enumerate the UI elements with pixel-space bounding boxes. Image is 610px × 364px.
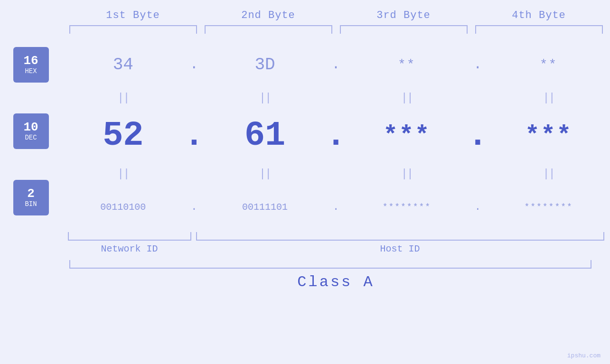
bin-badge-label: BIN [25,200,37,208]
top-bracket-1 [69,25,197,34]
bottom-bracket-row [66,232,607,241]
dec-cell-4: *** [487,122,610,150]
bin-value-2: 00111101 [242,202,288,213]
eq2-cell-3: || [346,168,469,180]
dec-value-1: 52 [103,116,143,155]
hex-badge-number: 16 [23,54,38,68]
bin-value-4: ******** [524,202,572,212]
main-container: 1st Byte 2nd Byte 3rd Byte 4th Byte 16 H… [0,0,610,364]
bin-cell-1: 00110100 [62,202,185,213]
hex-value-1: 34 [113,55,133,75]
bin-sep-2: . [327,201,346,213]
hex-sep-3: . [468,56,487,73]
byte-header-4: 4th Byte [471,9,607,21]
hex-value-3: ** [398,57,416,72]
bottom-brackets: Network ID Host ID [66,232,607,254]
hex-sep-1: . [185,56,204,73]
id-labels-row: Network ID Host ID [66,243,607,254]
bin-cell-3: ******** [346,202,469,212]
eq2-sign-4: || [543,168,554,180]
host-id-label: Host ID [196,243,604,254]
hex-cell-3: ** [346,57,469,72]
class-section: Class A [66,260,607,291]
class-label: Class A [297,273,374,291]
bin-cell-4: ******** [487,202,610,212]
data-column: 34 . 3D . ** . ** [62,43,610,228]
dec-cell-1: 52 [62,116,185,155]
labels-column: 16 HEX 10 DEC 2 BIN [0,43,62,228]
eq1-cell-1: || [62,92,185,104]
eq2-cell-2: || [204,168,327,180]
dec-value-2: 61 [244,116,285,155]
byte-header-3: 3rd Byte [336,9,471,21]
class-bracket [69,260,591,269]
eq2-sign-3: || [401,168,413,180]
watermark: ipshu.com [567,352,601,359]
top-bracket-2 [205,25,332,34]
dec-row: 52 . 61 . *** . *** [62,110,610,162]
eq2-sign-2: || [259,168,271,180]
eq1-cell-2: || [204,92,327,104]
dec-value-4: *** [525,122,572,150]
dec-cell-3: *** [346,122,469,150]
class-label-container: Class A [66,273,607,291]
eq1-sign-1: || [117,92,129,104]
eq2-cell-1: || [62,168,185,180]
dec-badge-label: DEC [25,134,37,141]
bin-value-3: ******** [383,202,431,212]
host-id-bracket [196,232,604,241]
hex-cell-2: 3D [204,55,327,75]
hex-row: 34 . 3D . ** . ** [62,43,610,86]
hex-badge-label: HEX [25,67,37,75]
dec-badge: 10 DEC [13,113,49,149]
hex-value-2: 3D [255,55,275,75]
hex-value-4: ** [540,57,558,72]
bin-sep-1: . [185,201,204,213]
byte-header-2: 2nd Byte [201,9,336,21]
dec-sep-1: . [185,119,204,153]
eq1-sign-4: || [543,92,554,104]
bin-value-1: 00110100 [100,202,146,213]
bin-row: 00110100 . 00111101 . ******** . [62,186,610,228]
dec-value-3: *** [383,122,431,150]
bin-cell-2: 00111101 [204,202,327,213]
byte-header-1: 1st Byte [66,9,201,21]
top-bracket-4 [475,25,603,34]
eq2-sign-1: || [117,168,129,180]
hex-sep-2: . [327,56,346,73]
hex-badge: 16 HEX [13,47,49,83]
bin-badge: 2 BIN [13,180,49,215]
eq1-cell-3: || [346,92,469,104]
eq1-sign-2: || [259,92,271,104]
bin-badge-wrapper: 2 BIN [13,176,49,219]
dec-sep-2: . [327,119,346,153]
hex-cell-1: 34 [62,55,185,75]
dec-badge-wrapper: 10 DEC [13,110,49,152]
equals-row-1: || || || || [62,86,610,110]
bin-badge-number: 2 [27,187,35,201]
dec-cell-2: 61 [204,116,327,155]
data-area: 16 HEX 10 DEC 2 BIN [0,43,610,228]
bin-sep-3: . [468,201,487,213]
eq1-sign-3: || [401,92,413,104]
hex-cell-4: ** [487,57,610,72]
equals-row-2: || || || || [62,162,610,186]
dec-sep-3: . [468,119,487,153]
eq1-cell-4: || [487,92,610,104]
network-id-label: Network ID [68,243,191,254]
network-id-bracket [68,232,191,241]
dec-badge-number: 10 [23,121,38,134]
top-bracket-3 [340,25,468,34]
hex-badge-wrapper: 16 HEX [13,43,49,86]
eq2-cell-4: || [487,168,610,180]
